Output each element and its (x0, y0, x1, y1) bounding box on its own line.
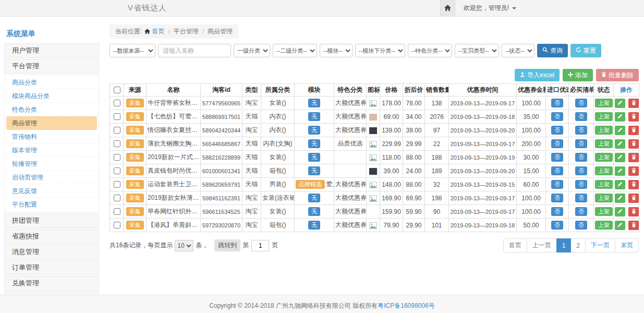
row-checkbox[interactable] (114, 195, 120, 201)
page-button[interactable]: 下一页 (585, 238, 615, 252)
sidebar-section-item[interactable]: 用户管理 (4, 43, 99, 58)
row-checkbox[interactable] (114, 208, 120, 215)
edit-button[interactable] (615, 221, 625, 230)
row-checkbox[interactable] (114, 167, 120, 174)
search-button[interactable]: 查询 (537, 44, 568, 57)
delete-button[interactable] (628, 99, 639, 108)
row-checkbox[interactable] (114, 140, 120, 147)
imported-toggle[interactable]: 否 (551, 207, 563, 216)
per-page-select[interactable]: 10 (175, 240, 193, 251)
edit-button[interactable] (615, 99, 625, 108)
icp-link[interactable]: 粤ICP备16098006号 (378, 302, 434, 309)
edit-button[interactable] (615, 153, 625, 162)
page-button[interactable]: 首页 (503, 238, 527, 252)
delete-button[interactable] (628, 139, 639, 149)
breadcrumb-home-link[interactable]: 首页 (152, 27, 164, 36)
imported-toggle[interactable]: 否 (551, 221, 563, 230)
imported-toggle[interactable]: 否 (551, 112, 563, 121)
status-toggle[interactable]: 上架 (595, 194, 613, 202)
page-button[interactable]: 2 (570, 238, 586, 252)
status-toggle[interactable]: 上架 (595, 153, 613, 162)
delete-button[interactable] (628, 153, 639, 162)
must-buy-toggle[interactable]: 否 (575, 112, 587, 121)
batch-delete-button[interactable]: 批量删除 (596, 69, 639, 81)
filter-select[interactable]: --模块下分类-- (355, 44, 405, 57)
jump-page-input[interactable] (251, 240, 269, 251)
sidebar-section-item[interactable]: 平台管理 (4, 59, 99, 74)
jump-button[interactable]: 跳转到 (214, 239, 240, 251)
sidebar-sub-item[interactable]: 宣传物料 (6, 130, 97, 143)
sidebar-sub-item[interactable]: 平台配置 (6, 198, 97, 211)
status-toggle[interactable]: 上架 (595, 207, 613, 216)
edit-button[interactable] (615, 112, 625, 122)
home-button[interactable] (440, 0, 455, 16)
filter-select[interactable]: 一级分类 (234, 44, 270, 57)
sidebar-section-item[interactable]: 省惠快报 (4, 229, 99, 244)
imported-toggle[interactable]: 否 (551, 180, 563, 189)
must-buy-toggle[interactable]: 否 (575, 99, 587, 107)
sidebar-section-item[interactable]: 消息管理 (4, 245, 99, 259)
must-buy-toggle[interactable]: 否 (575, 126, 587, 135)
import-excel-button[interactable]: 导入excel (515, 69, 560, 81)
reset-button[interactable]: 重置 (570, 44, 601, 57)
edit-button[interactable] (615, 166, 625, 176)
delete-button[interactable] (628, 126, 639, 135)
filter-select[interactable]: --模块-- (320, 44, 353, 57)
status-toggle[interactable]: 上架 (595, 112, 613, 121)
sidebar-sub-item[interactable]: 商品管理 (6, 116, 97, 130)
name-search-input[interactable] (158, 44, 231, 57)
imported-toggle[interactable]: 否 (551, 126, 563, 135)
must-buy-toggle[interactable]: 否 (575, 194, 587, 202)
data-source-select[interactable]: --数据来源-- (110, 44, 155, 57)
must-buy-toggle[interactable]: 否 (575, 153, 587, 162)
edit-button[interactable] (615, 180, 625, 189)
sidebar-section-item[interactable]: 订单管理 (4, 260, 99, 275)
imported-toggle[interactable]: 否 (551, 153, 563, 162)
status-toggle[interactable]: 上架 (595, 166, 613, 175)
filter-select[interactable]: --状态-- (502, 44, 534, 57)
must-buy-toggle[interactable]: 否 (575, 166, 587, 175)
page-button[interactable]: 上一页 (527, 238, 557, 252)
row-checkbox[interactable] (114, 127, 120, 134)
row-checkbox[interactable] (114, 181, 120, 188)
must-buy-toggle[interactable]: 否 (575, 180, 587, 189)
user-menu[interactable]: 欢迎您，管理员! (464, 4, 516, 13)
row-checkbox[interactable] (114, 113, 120, 120)
status-toggle[interactable]: 上架 (595, 126, 613, 135)
row-checkbox[interactable] (114, 100, 120, 106)
page-button[interactable]: 1 (556, 238, 572, 252)
sidebar-sub-item[interactable]: 启动页管理 (6, 171, 97, 184)
imported-toggle[interactable]: 否 (551, 139, 563, 148)
imported-toggle[interactable]: 否 (551, 166, 563, 175)
sidebar-sub-item[interactable]: 版本管理 (6, 143, 97, 157)
status-toggle[interactable]: 上架 (595, 221, 613, 230)
row-checkbox[interactable] (114, 154, 120, 161)
imported-toggle[interactable]: 否 (551, 194, 563, 202)
status-toggle[interactable]: 上架 (595, 99, 613, 107)
filter-select[interactable]: --宝贝类型-- (455, 44, 499, 57)
sidebar-sub-item[interactable]: 商品分类 (6, 76, 97, 89)
imported-toggle[interactable]: 否 (551, 99, 563, 107)
edit-button[interactable] (615, 207, 625, 216)
edit-button[interactable] (615, 126, 625, 135)
delete-button[interactable] (628, 180, 639, 189)
select-all-checkbox[interactable] (114, 87, 120, 93)
sidebar-sub-item[interactable]: 意见反馈 (6, 184, 97, 198)
delete-button[interactable] (628, 207, 639, 216)
sidebar-section-item[interactable]: 拼团管理 (4, 213, 99, 228)
filter-select[interactable]: --特色分类-- (408, 44, 452, 57)
delete-button[interactable] (628, 221, 639, 230)
sidebar-sub-item[interactable]: 模块商品分类 (6, 89, 97, 103)
row-checkbox[interactable] (114, 222, 120, 228)
status-toggle[interactable]: 上架 (595, 180, 613, 189)
filter-select[interactable]: --二级分类-- (273, 44, 317, 57)
page-button[interactable]: 末页 (615, 238, 639, 252)
status-toggle[interactable]: 上架 (595, 139, 613, 148)
must-buy-toggle[interactable]: 否 (575, 139, 587, 148)
sidebar-sub-item[interactable]: 特色分类 (6, 103, 97, 116)
delete-button[interactable] (628, 194, 639, 203)
delete-button[interactable] (628, 112, 639, 122)
sidebar-sub-item[interactable]: 轮播管理 (6, 157, 97, 171)
must-buy-toggle[interactable]: 否 (575, 221, 587, 230)
edit-button[interactable] (615, 194, 625, 203)
